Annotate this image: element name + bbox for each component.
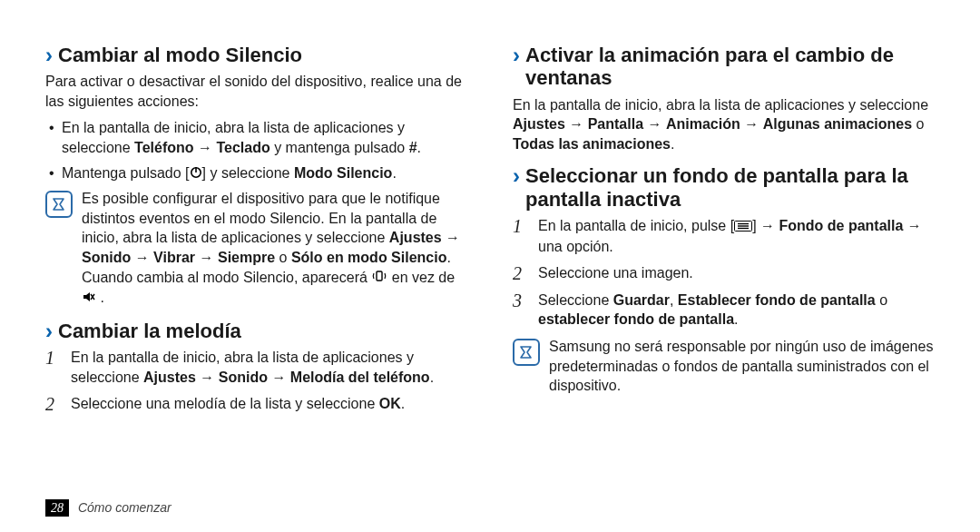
footer-section-name: Cómo comenzar [78, 500, 172, 515]
bullet-item: Mantenga pulsado [] y seleccione Modo Si… [45, 163, 467, 184]
chevron-icon: › [45, 320, 53, 342]
svg-rect-2 [377, 271, 382, 281]
note-icon [513, 339, 540, 366]
chevron-icon: › [513, 44, 520, 66]
page-number: 28 [45, 499, 69, 517]
list-item: 2Seleccione una imagen. [513, 263, 935, 283]
note-icon [45, 191, 73, 218]
vibrate-icon [371, 269, 387, 289]
section-silencio-header: › Cambiar al modo Silencio [45, 44, 467, 66]
list-item: 2 Seleccione una melodía de la lista y s… [45, 394, 467, 414]
section-title-silencio: Cambiar al modo Silencio [58, 44, 302, 66]
silencio-intro: Para activar o desactivar el sonido del … [45, 72, 467, 111]
list-item: 1 En la pantalla de inicio, abra la list… [45, 348, 467, 387]
note-text: Es posible configurar el dispositivo par… [82, 189, 467, 309]
animacion-text: En la pantalla de inicio, abra la lista … [513, 95, 935, 154]
mute-icon [82, 289, 96, 309]
left-column: › Cambiar al modo Silencio Para activar … [45, 44, 467, 421]
menu-icon [734, 217, 752, 237]
fondo-steps: 1 En la pantalla de inicio, pulse [] → F… [513, 216, 935, 330]
section-title-melodia: Cambiar la melodía [58, 320, 241, 342]
list-item: 1 En la pantalla de inicio, pulse [] → F… [513, 216, 935, 256]
section-title-fondo: Seleccionar un fondo de pantalla para la… [525, 164, 935, 211]
melodia-steps: 1 En la pantalla de inicio, abra la list… [45, 348, 467, 414]
section-title-animacion: Activar la animación para el cambio de v… [525, 44, 935, 90]
section-melodia-header: › Cambiar la melodía [45, 320, 467, 342]
chevron-icon: › [513, 164, 520, 187]
page-footer: 28 Cómo comenzar [45, 500, 172, 516]
note-fondo: Samsung no será responsable por ningún u… [513, 337, 935, 396]
power-icon [190, 164, 202, 184]
right-column: › Activar la animación para el cambio de… [513, 44, 935, 421]
note-silencio: Es posible configurar el dispositivo par… [45, 189, 467, 309]
section-fondo-header: › Seleccionar un fondo de pantalla para … [513, 164, 935, 211]
silencio-bullets: En la pantalla de inicio, abra la lista … [45, 118, 467, 183]
note-text: Samsung no será responsable por ningún u… [549, 337, 935, 396]
bullet-item: En la pantalla de inicio, abra la lista … [45, 118, 467, 157]
section-animacion-header: › Activar la animación para el cambio de… [513, 44, 935, 90]
list-item: 3 Seleccione Guardar, Establecer fondo d… [513, 291, 935, 330]
chevron-icon: › [45, 44, 53, 66]
